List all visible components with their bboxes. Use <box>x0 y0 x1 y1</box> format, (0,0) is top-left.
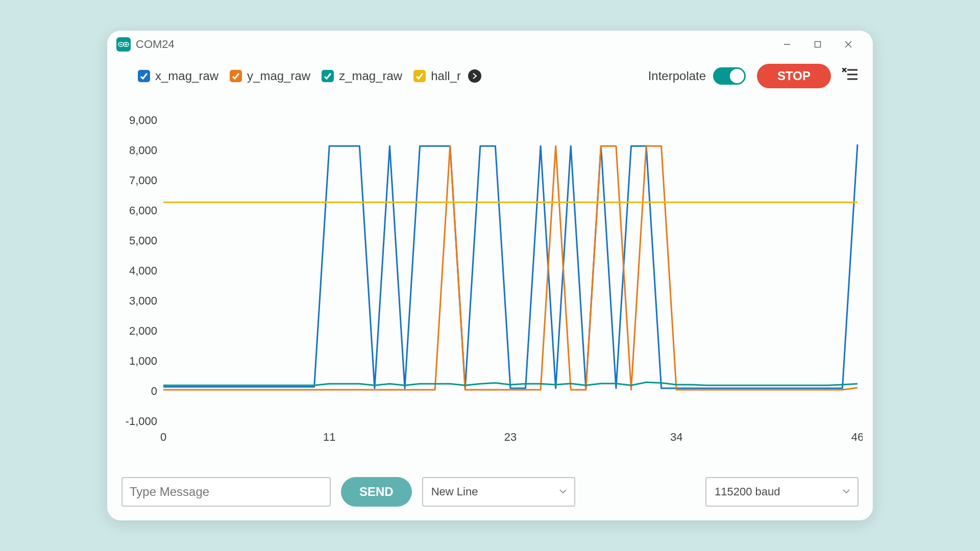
baud-value: 115200 baud <box>715 485 780 498</box>
svg-text:3,000: 3,000 <box>129 294 157 307</box>
svg-text:5,000: 5,000 <box>129 234 157 247</box>
close-button[interactable] <box>833 34 864 55</box>
legend-item-hall[interactable]: hall_r <box>413 69 461 83</box>
legend-label: y_mag_raw <box>247 69 310 83</box>
svg-text:0: 0 <box>151 385 157 397</box>
minimize-button[interactable] <box>772 34 802 55</box>
svg-text:46: 46 <box>851 431 863 443</box>
footer: SEND New Line 115200 baud <box>107 463 873 520</box>
svg-text:-1,000: -1,000 <box>126 415 157 428</box>
legend-item-z[interactable]: z_mag_raw <box>322 69 402 83</box>
legend-label: x_mag_raw <box>155 69 218 83</box>
message-input[interactable] <box>121 477 331 507</box>
legend-checkbox[interactable] <box>138 70 150 82</box>
svg-text:7,000: 7,000 <box>129 174 157 187</box>
legend-checkbox[interactable] <box>322 70 334 82</box>
maximize-button[interactable] <box>802 34 833 55</box>
window-title: COM24 <box>136 38 175 51</box>
legend-scroll-right-icon[interactable] <box>468 69 481 83</box>
svg-text:1,000: 1,000 <box>129 355 157 367</box>
clear-icon[interactable] <box>842 68 857 84</box>
stop-button[interactable]: STOP <box>757 64 831 88</box>
send-button[interactable]: SEND <box>341 477 412 507</box>
plot-area: -1,00001,0002,0003,0004,0005,0006,0007,0… <box>107 94 873 463</box>
baud-select[interactable]: 115200 baud <box>705 477 859 507</box>
svg-text:4,000: 4,000 <box>129 264 157 277</box>
svg-text:11: 11 <box>323 431 335 443</box>
interpolate-toggle[interactable] <box>713 67 746 85</box>
svg-text:8,000: 8,000 <box>129 144 157 157</box>
svg-text:0: 0 <box>160 431 166 443</box>
titlebar: COM24 <box>107 31 873 58</box>
svg-text:9,000: 9,000 <box>129 114 157 127</box>
legend-label: hall_r <box>431 69 461 83</box>
line-chart: -1,00001,0002,0003,0004,0005,0006,0007,0… <box>117 94 863 463</box>
legend-item-x[interactable]: x_mag_raw <box>138 69 218 83</box>
legend-checkbox[interactable] <box>230 70 242 82</box>
interpolate-label: Interpolate <box>648 69 706 83</box>
app-window: COM24 x_mag_raw y_mag_raw <box>107 31 873 520</box>
legend-label: z_mag_raw <box>339 69 402 83</box>
svg-text:23: 23 <box>504 431 517 443</box>
line-ending-value: New Line <box>431 485 478 498</box>
svg-rect-6 <box>815 42 821 47</box>
line-ending-select[interactable]: New Line <box>422 477 575 507</box>
svg-text:6,000: 6,000 <box>129 204 157 217</box>
legend-checkbox[interactable] <box>413 70 426 82</box>
chevron-down-icon <box>842 485 850 498</box>
svg-text:2,000: 2,000 <box>129 324 157 337</box>
svg-text:34: 34 <box>670 431 682 443</box>
chevron-down-icon <box>559 485 567 498</box>
toolbar: x_mag_raw y_mag_raw z_mag_raw hall_r Int… <box>107 58 873 94</box>
legend-item-y[interactable]: y_mag_raw <box>230 69 310 83</box>
interpolate-control: Interpolate <box>648 67 746 85</box>
app-icon <box>116 37 131 52</box>
